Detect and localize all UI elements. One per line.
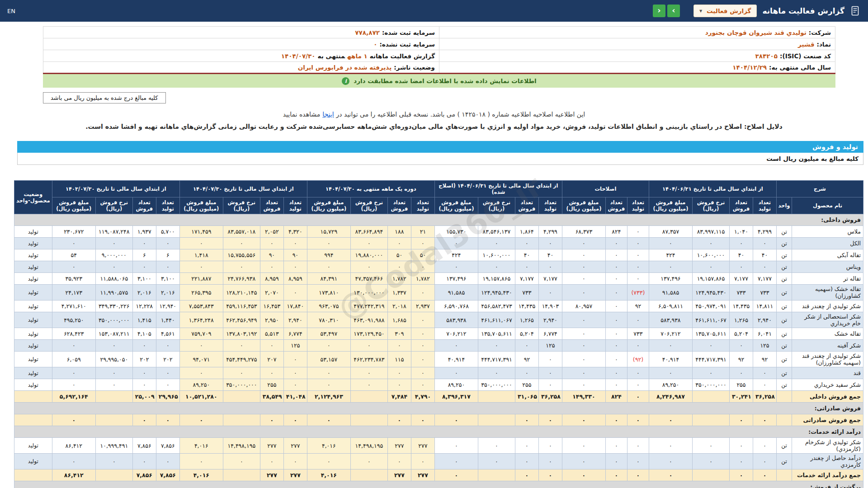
value-cell: ۲۷۷: [283, 438, 307, 454]
value-cell: ۰: [692, 238, 729, 249]
value-cell: ۰: [434, 454, 478, 469]
report-type-dropdown[interactable]: گزارش فعالیت ▼: [693, 5, 757, 17]
header-subcol: نرخ فروش (ریال): [692, 197, 729, 214]
previous-notice-link[interactable]: اینجا: [322, 111, 334, 118]
unit-cell: تن: [776, 285, 792, 300]
value-cell: [95, 469, 132, 481]
value-cell: ۱۵۳,۰۸۷,۲۱۱: [95, 328, 132, 340]
value-cell: ۷۵۹,۷۰۹: [179, 328, 223, 340]
value-cell: ۰: [538, 379, 562, 391]
value-cell: ۰: [307, 367, 350, 379]
value-cell: ۱۸۸: [387, 226, 411, 238]
value-cell: ۱۹,۱۵۷,۸۶۵: [478, 273, 515, 285]
value-cell: [692, 391, 729, 403]
value-cell: ۲,۰۱۶: [156, 285, 179, 300]
value-cell: ۲۳۰,۶۷۲: [52, 226, 95, 238]
product-row: ویناستن۰۰۰۰۰۰۰۰۰۰۰۰۰۰۰۰۰۰۰۰۰۰۰تولید: [14, 261, 863, 273]
report-nav-arrows: › ‹: [653, 5, 680, 17]
header-subcol: مبلغ فروش (میلیون ریال): [52, 197, 95, 214]
status-cell: تولید: [14, 340, 52, 352]
value-cell: ۹۴,۰۷۱: [179, 352, 223, 367]
value-cell: ۰: [692, 438, 729, 454]
value-cell: ۰: [627, 312, 649, 328]
header-subcol: نرخ فروش (ریال): [223, 197, 260, 214]
value-cell: ۰: [434, 438, 478, 454]
value-cell: ۴۰,۹۱۴: [434, 352, 478, 367]
value-cell: ۰: [692, 454, 729, 469]
value-cell: ۰: [283, 454, 307, 469]
value-cell: ۰: [411, 414, 434, 426]
value-cell: ۲۱: [411, 226, 434, 238]
value-cell: ۰: [627, 238, 649, 249]
value-cell: ۰: [260, 238, 283, 249]
nav-arrow-right-button[interactable]: ›: [667, 5, 680, 17]
value-cell: ۱۰,۹۹۹,۴۹۱: [95, 438, 132, 454]
value-cell: ۰: [627, 367, 649, 379]
value-cell: ۸,۹۵۹: [260, 273, 283, 285]
value-cell: ۸۶,۴۱۲: [52, 438, 95, 454]
value-cell: ۰: [627, 249, 649, 261]
value-cell: ۴۵۶,۵۸۲,۴۷۳: [478, 300, 515, 312]
value-cell: ۳۶,۲۵۸: [538, 391, 562, 403]
value-cell: ۰: [156, 238, 179, 249]
status-cell: تولید: [14, 273, 52, 285]
value-cell: ۰: [605, 238, 627, 249]
value-cell: ۰: [283, 285, 307, 300]
value-cell: ۰: [387, 340, 411, 352]
value-cell: ۳۵۰,۰۰۰,۰۰۰: [223, 379, 260, 391]
value-cell: ۱۹,۱۵۷,۸۶۵: [692, 273, 729, 285]
value-cell: ۰: [434, 238, 478, 249]
value-cell: ۶,۷۷۴: [283, 328, 307, 340]
header-subcol: تعداد فروش: [387, 197, 411, 214]
value-cell: ۴۷,۳۵۷,۴۶۶: [350, 273, 387, 285]
status-cell: تولید: [14, 312, 52, 328]
value-cell: ۰: [649, 238, 692, 249]
value-cell: ۰: [753, 379, 776, 391]
value-cell: ۰: [283, 261, 307, 273]
value-cell: ۰: [132, 454, 156, 469]
value-cell: ۰: [515, 438, 538, 454]
value-cell: ۰: [350, 261, 387, 273]
value-cell: ۹۰: [260, 249, 283, 261]
product-row: شکر تولیدي از چغندر قندتن۱۴,۸۱۱۱۴,۴۳۵۴۵۰…: [14, 300, 863, 312]
value-cell: ۱۲۵: [538, 340, 562, 352]
signed-match-banner: اطلاعات نمایش داده شده با اطلاعات امضا ش…: [43, 74, 835, 88]
value-cell: ۰: [156, 414, 179, 426]
value-cell: ۰: [605, 261, 627, 273]
product-name: شکر تولیدي از چغندر قند (سهمیه کشاورزان): [792, 352, 863, 367]
value-cell: ۰: [478, 261, 515, 273]
value-cell: ۵۴: [52, 249, 95, 261]
value-cell: ۰: [729, 414, 753, 426]
value-cell: ۰: [478, 238, 515, 249]
value-cell: ۰: [478, 340, 515, 352]
value-cell: ۱۱,۹۹۰,۵۷۵: [95, 285, 132, 300]
product-row: قندتن۰۰۰۰۰۰۰۰۰۰۰۰۰۰۰۰۰۰۰۰۰۰۰تولید: [14, 367, 863, 379]
value-cell: ۰: [605, 438, 627, 454]
value-cell: ۸۹,۲۵۰: [649, 379, 692, 391]
value-cell: ۰: [753, 414, 776, 426]
value-cell: ۰: [52, 367, 95, 379]
nav-arrow-left-button[interactable]: ‹: [653, 5, 665, 17]
value-cell: [223, 414, 260, 426]
header-group: از ابتداي سال مالی تا تاریخ ۱۴۰۴/۰۶/۳۱: [649, 181, 776, 197]
header-subcols-row: نام محصولواحدتعداد تولیدتعداد فروشنرخ فر…: [14, 197, 863, 214]
value-cell: ۰: [627, 454, 649, 469]
language-toggle[interactable]: EN: [7, 8, 15, 14]
value-cell: ۸۳,۹۹۷,۱۱۵: [692, 226, 729, 238]
header-subcol: تعداد فروش: [605, 197, 627, 214]
value-cell: ۴۵۴,۴۴۹,۲۷۵: [223, 352, 260, 367]
unit-cell: [776, 414, 792, 426]
header-unit: واحد: [776, 197, 792, 214]
value-cell: ۰: [411, 285, 434, 300]
value-cell: ۰: [132, 367, 156, 379]
status-cell: تولید: [14, 438, 52, 454]
report-type-label: گزارش فعالیت: [707, 7, 751, 14]
registered-capital-cell: سرمایه ثبت شده:۷۷۸,۸۷۲: [43, 27, 439, 38]
value-cell: ۰: [95, 454, 132, 469]
value-cell: ۸,۲۴۶,۹۸۷: [649, 391, 692, 403]
value-cell: ۲,۰۵۲: [260, 226, 283, 238]
header-subcol: تعداد فروش: [729, 197, 753, 214]
value-cell: ۰: [605, 414, 627, 426]
value-cell: ۱,۷۸۲: [387, 273, 411, 285]
company-info: شرکت:تولیدي قند شیروان قوچان بجنورد سرما…: [43, 26, 835, 74]
